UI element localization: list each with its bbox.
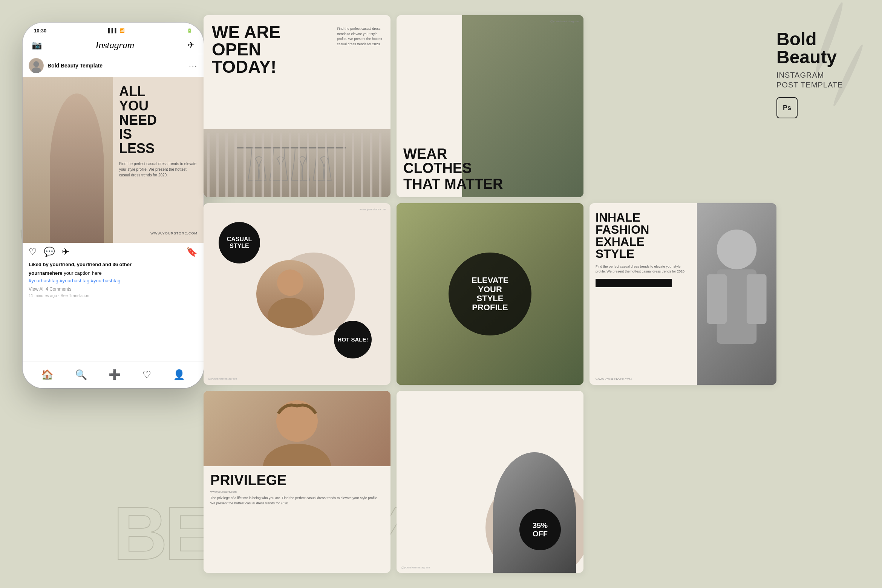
- card-35-off: 35%OFF @yourstoreinstagram: [397, 391, 583, 573]
- post-image-figure: [23, 77, 113, 243]
- svg-point-16: [717, 230, 756, 269]
- like-icon[interactable]: ♡: [29, 247, 37, 257]
- add-nav-icon[interactable]: ➕: [109, 369, 121, 381]
- card-1-subtext: Find the perfect casual dress trends to …: [337, 26, 382, 47]
- profile-name: Bold Beauty Template: [47, 63, 103, 69]
- avatar: [29, 58, 44, 73]
- svg-point-14: [277, 270, 303, 296]
- post-image: ALLYOUNEEDISLESS Find the perfect casual…: [23, 77, 204, 243]
- svg-point-22: [516, 464, 553, 501]
- svg-point-11: [33, 61, 39, 67]
- home-nav-icon[interactable]: 🏠: [41, 369, 53, 381]
- instagram-header: 📷 Instagram ✈: [23, 37, 204, 54]
- caption-text: your caption here: [64, 270, 101, 276]
- heart-nav-icon[interactable]: ♡: [142, 369, 151, 381]
- card-2-url: @yourstoreinstagram: [550, 20, 579, 23]
- card-3-url: www.yourstore.com: [360, 208, 386, 211]
- post-image-text: ALLYOUNEEDISLESS Find the perfect casual…: [113, 77, 204, 243]
- card-5-bar: [596, 279, 672, 287]
- card-4-circle: ELEVATEYOURSTYLEPROFILE: [449, 253, 531, 335]
- card-7-ig: @yourstoreinstagram: [401, 566, 430, 569]
- send-icon[interactable]: ✈: [188, 40, 194, 50]
- instagram-logo: Instagram: [95, 40, 134, 51]
- phone-body: 10:30 ▌▌▌ 📶 🔋 📷 Instagram ✈ Bold Beauty …: [23, 23, 204, 388]
- caption-username: yournamehere: [29, 270, 63, 276]
- card-casual-style: CASUAL STYLE HOT SALE! www.yourstore.com…: [204, 203, 390, 385]
- camera-icon[interactable]: 📷: [32, 40, 42, 50]
- card-3-badge-casual-text: CASUAL STYLE: [219, 236, 260, 249]
- card-1-image: [204, 129, 390, 197]
- phone-status-bar: 10:30 ▌▌▌ 📶 🔋: [23, 23, 204, 37]
- brand-subtitle: INSTAGRAMPOST TEMPLATE: [776, 70, 867, 90]
- card-5-image: [697, 203, 776, 385]
- view-comments[interactable]: View All 4 Comments: [23, 286, 204, 292]
- card-wear-clothes: @yourstoreinstagram WEARCLOTHES THAT MAT…: [397, 15, 583, 197]
- post-main-headline: ALLYOUNEEDISLESS: [119, 84, 198, 156]
- card-6-bottom: PRIVILEGE www.yourstore.com The privileg…: [204, 466, 390, 573]
- card-5-url: WWW.YOURSTORE.COM: [596, 378, 632, 381]
- svg-rect-19: [747, 274, 767, 324]
- card-3-person: [256, 260, 324, 328]
- svg-rect-18: [707, 274, 727, 324]
- post-actions-bar: ♡ 💬 ✈ 🔖: [23, 243, 204, 261]
- svg-point-21: [263, 444, 331, 466]
- phone-mockup: 10:30 ▌▌▌ 📶 🔋 📷 Instagram ✈ Bold Beauty …: [23, 23, 204, 400]
- card-5-sub: Find the perfect casual dress trends to …: [596, 264, 691, 274]
- post-likes-text: Liked by yourfriend, yourfriend and 36 o…: [23, 261, 204, 268]
- hashtags: #yourhashtag #yourhashtag #yourhashtag: [29, 278, 121, 283]
- card-3-badge-casual: CASUAL STYLE: [219, 222, 260, 263]
- post-body-text: Find the perfect casual dress trends to …: [119, 161, 198, 178]
- card-3-ig: @yourstoreinstagram: [208, 377, 237, 380]
- card-7-badge: 35%OFF: [519, 509, 561, 550]
- card-4-text: ELEVATEYOURSTYLEPROFILE: [472, 276, 508, 312]
- card-2-headline-bottom: THAT MATTER: [403, 177, 577, 191]
- ps-badge: Ps: [776, 97, 798, 118]
- cards-grid: WE AREOPENTODAY! Find the perfect casual…: [204, 15, 776, 573]
- svg-point-15: [268, 298, 313, 328]
- card-5-headline: INHALEFASHIONEXHALESTYLE: [596, 211, 691, 260]
- card-3-badge-hot: HOT SALE!: [334, 321, 372, 358]
- profile-nav-icon[interactable]: 👤: [173, 369, 185, 381]
- save-icon[interactable]: 🔖: [186, 247, 198, 257]
- phone-nav-bar: 🏠 🔍 ➕ ♡ 👤: [23, 361, 204, 388]
- card-3-badge-hot-text: HOT SALE!: [338, 337, 368, 343]
- card-6-sub: The privilege of a lifetime is being who…: [210, 496, 384, 506]
- card-7-badge-text: 35%OFF: [533, 521, 548, 538]
- post-caption: yournamehere your caption here #yourhash…: [23, 268, 204, 286]
- card-6-title: PRIVILEGE: [210, 472, 384, 488]
- title-block: Bold Beauty INSTAGRAMPOST TEMPLATE Ps: [776, 30, 867, 118]
- card-6-url: www.yourstore.com: [210, 490, 384, 493]
- share-icon[interactable]: ✈: [62, 247, 69, 257]
- post-store-url: WWW.YOURSTORE.COM: [150, 231, 198, 235]
- card-2-text: WEARCLOTHES THAT MATTER: [397, 141, 583, 197]
- comment-icon[interactable]: 💬: [44, 247, 55, 257]
- phone-time: 10:30: [34, 28, 46, 34]
- battery-icon: 🔋: [187, 28, 192, 33]
- search-nav-icon[interactable]: 🔍: [75, 369, 87, 381]
- card-2-headline-top: WEARCLOTHES: [403, 147, 577, 175]
- card-privilege: PRIVILEGE www.yourstore.com The privileg…: [204, 391, 390, 573]
- post-profile-row: Bold Beauty Template ···: [23, 54, 204, 77]
- post-time: 11 minutes ago · See Translation: [23, 292, 204, 301]
- post-options-icon[interactable]: ···: [189, 61, 198, 70]
- card-elevate: ELEVATEYOURSTYLEPROFILE: [397, 203, 583, 385]
- card-5-text-area: INHALEFASHIONEXHALESTYLE Find the perfec…: [590, 203, 697, 385]
- card-inhale-fashion: INHALEFASHIONEXHALESTYLE Find the perfec…: [590, 203, 776, 385]
- card-open-today: WE AREOPENTODAY! Find the perfect casual…: [204, 15, 390, 197]
- brand-title: Bold Beauty: [776, 30, 867, 66]
- card-1-headline: WE AREOPENTODAY!: [212, 23, 280, 75]
- signal-icon: ▌▌▌ 📶: [108, 28, 125, 33]
- card-1-top: WE AREOPENTODAY! Find the perfect casual…: [204, 15, 390, 129]
- card-6-image: [204, 391, 390, 466]
